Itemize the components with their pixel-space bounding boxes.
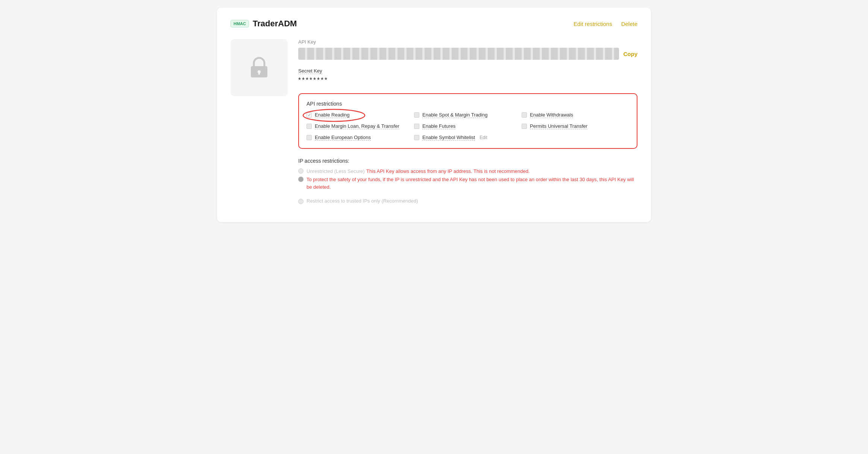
lock-box <box>231 39 288 96</box>
lock-icon <box>246 53 273 82</box>
ip-protection-note: To protect the safety of your funds, if … <box>298 176 637 191</box>
ip-section: IP access restrictions: Unrestricted (Le… <box>298 158 637 204</box>
ip-restrict-option: Restrict access to trusted IPs only (Rec… <box>298 198 637 204</box>
restriction-enable-reading: ✓ Enable Reading <box>307 112 414 118</box>
api-key-blurred <box>298 48 619 60</box>
label-margin-loan: Enable Margin Loan, Repay & Transfer <box>315 123 399 129</box>
restriction-universal-transfer: Permits Universal Transfer <box>522 123 629 129</box>
unrestricted-label: Unrestricted (Less Secure) <box>307 168 365 174</box>
restrictions-box: API restrictions ✓ Enable Reading <box>298 93 637 149</box>
checkbox-spot-margin[interactable] <box>414 112 419 118</box>
checkbox-european-options[interactable] <box>307 135 312 140</box>
label-universal-transfer: Permits Universal Transfer <box>530 123 587 129</box>
edit-restrictions-link[interactable]: Edit restrictions <box>574 21 612 27</box>
checkbox-margin-loan[interactable] <box>307 124 312 129</box>
label-futures: Enable Futures <box>422 123 455 129</box>
ip-title: IP access restrictions: <box>298 158 637 164</box>
restrict-label: Restrict access to trusted IPs only (Rec… <box>307 198 418 204</box>
restriction-spot-margin: Enable Spot & Margin Trading <box>414 112 522 118</box>
secret-key-value: ******** <box>298 76 637 84</box>
radio-unrestricted[interactable] <box>298 168 303 174</box>
details-area: API Key Copy Secret Key ******** API res… <box>298 39 637 207</box>
restriction-withdrawals: Enable Withdrawals <box>522 112 629 118</box>
protection-note-text: To protect the safety of your funds, if … <box>307 176 637 191</box>
unrestricted-warning: This API Key allows access from any IP a… <box>366 168 530 174</box>
restriction-european-options: Enable European Options <box>307 135 414 141</box>
label-enable-reading: Enable Reading <box>315 112 350 118</box>
api-key-row: Copy <box>298 48 637 60</box>
checkbox-futures[interactable] <box>414 124 419 129</box>
label-spot-margin: Enable Spot & Margin Trading <box>422 112 487 118</box>
svg-rect-2 <box>258 72 260 75</box>
secret-key-label: Secret Key <box>298 68 322 74</box>
delete-link[interactable]: Delete <box>621 21 637 27</box>
copy-button[interactable]: Copy <box>624 51 638 57</box>
radio-restrict[interactable] <box>298 199 303 204</box>
hmac-badge: HMAC <box>231 20 249 27</box>
checkbox-withdrawals[interactable] <box>522 112 527 118</box>
label-withdrawals: Enable Withdrawals <box>530 112 573 118</box>
checkbox-symbol-whitelist[interactable] <box>414 135 419 140</box>
page-container: HMAC TraderADM Edit restrictions Delete … <box>217 8 651 222</box>
symbol-whitelist-edit-link[interactable]: Edit <box>480 135 487 140</box>
restriction-futures: Enable Futures <box>414 123 522 129</box>
header-actions: Edit restrictions Delete <box>574 21 637 27</box>
label-european-options: Enable European Options <box>315 135 371 141</box>
header: HMAC TraderADM Edit restrictions Delete <box>231 19 637 29</box>
restriction-placeholder <box>522 135 629 141</box>
api-key-label: API Key <box>298 39 637 45</box>
restrictions-title: API restrictions <box>307 101 629 107</box>
ip-unrestricted-content: Unrestricted (Less Secure) This API Key … <box>307 168 530 174</box>
page-title: TraderADM <box>253 19 297 29</box>
restrictions-grid: ✓ Enable Reading Enable Spot & Margin Tr… <box>307 112 629 141</box>
header-left: HMAC TraderADM <box>231 19 297 29</box>
restriction-symbol-whitelist: Enable Symbol Whitelist Edit <box>414 135 522 141</box>
checkbox-enable-reading[interactable]: ✓ <box>307 112 312 118</box>
label-symbol-whitelist: Enable Symbol Whitelist <box>422 135 475 141</box>
restriction-margin-loan: Enable Margin Loan, Repay & Transfer <box>307 123 414 129</box>
secret-key-section: Secret Key ******** <box>298 67 637 84</box>
checkbox-universal-transfer[interactable] <box>522 124 527 129</box>
content-area: API Key Copy Secret Key ******** API res… <box>231 39 637 207</box>
ip-unrestricted-option: Unrestricted (Less Secure) This API Key … <box>298 168 637 174</box>
radio-protection <box>298 177 303 182</box>
